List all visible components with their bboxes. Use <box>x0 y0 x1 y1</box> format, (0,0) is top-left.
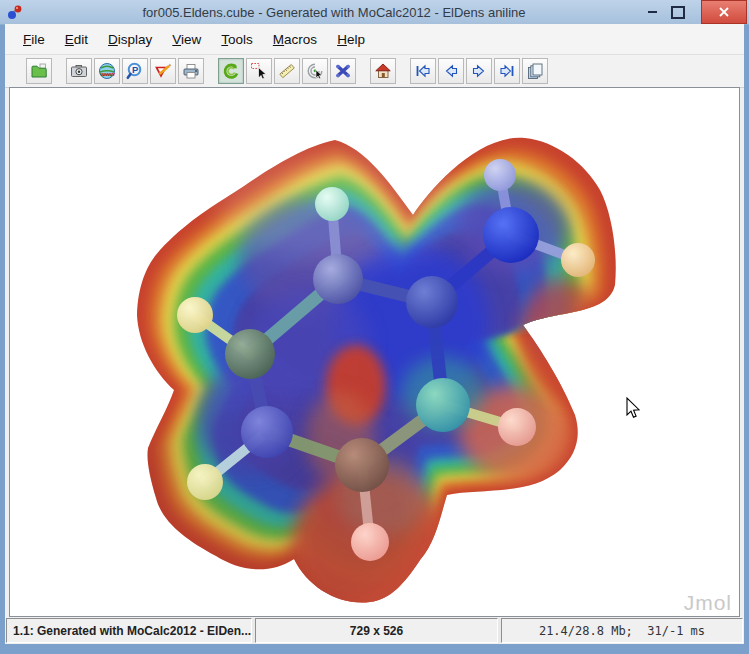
pick-cursor-icon <box>249 61 269 81</box>
status-memory-timing: 21.4/28.8 Mb; 31/-1 ms <box>501 618 743 643</box>
atom-c-ring-upperleft <box>225 329 275 379</box>
svg-text:www: www <box>99 70 115 77</box>
rotate-icon <box>221 61 241 81</box>
script-editor-button[interactable] <box>150 58 176 84</box>
molecule-render <box>10 88 739 616</box>
ruler-icon <box>277 61 297 81</box>
export-web-button[interactable]: www <box>94 58 120 84</box>
atom-h-amine-top <box>484 159 516 191</box>
minimize-button[interactable] <box>639 1 665 23</box>
nav-last-button[interactable] <box>494 58 520 84</box>
measure-tool-button[interactable] <box>274 58 300 84</box>
atom-h-ring-left <box>177 297 213 333</box>
camera-icon <box>69 61 89 81</box>
status-canvas-size: 729 x 526 <box>255 618 498 643</box>
home-reset-button[interactable] <box>370 58 396 84</box>
window-content: FileEditDisplayViewToolsMacrosHelp <box>5 24 744 644</box>
move-tool-button[interactable] <box>330 58 356 84</box>
nav-previous-icon <box>441 61 461 81</box>
menu-item-display[interactable]: Display <box>98 28 162 51</box>
script-editor-icon <box>153 61 173 81</box>
maximize-button[interactable] <box>665 1 691 23</box>
atom-c-ring-bottom <box>335 438 389 492</box>
print-icon <box>181 61 201 81</box>
app-icon <box>7 4 23 20</box>
toolbar-drag-handle[interactable] <box>10 59 21 83</box>
jmol-window: for005.Eldens.cube - Generated with MoCa… <box>0 0 749 654</box>
povray-export-button[interactable]: P <box>122 58 148 84</box>
window-title: for005.Eldens.cube - Generated with MoCa… <box>29 5 639 20</box>
recenter-spiral-icon <box>305 61 325 81</box>
home-icon <box>373 61 393 81</box>
atom-h-amine-right <box>561 243 595 277</box>
povray-icon: P <box>125 61 145 81</box>
jmol-watermark: Jmol <box>684 591 732 615</box>
menu-item-edit[interactable]: Edit <box>55 28 98 51</box>
nav-previous-button[interactable] <box>438 58 464 84</box>
copy-pages-icon <box>525 61 545 81</box>
menu-item-help[interactable]: Help <box>327 28 375 51</box>
menu-item-file[interactable]: File <box>13 28 55 51</box>
globe-icon: www <box>97 61 117 81</box>
atom-h-ring-top <box>315 187 349 221</box>
minimize-icon <box>648 11 657 13</box>
atom-c-ring-upperright <box>406 276 458 328</box>
tool-bar: www P <box>5 55 744 88</box>
move-axes-icon <box>333 61 353 81</box>
atom-c-ring-lowerleft <box>241 406 293 458</box>
title-bar[interactable]: for005.Eldens.cube - Generated with MoCa… <box>0 0 749 25</box>
maximize-icon <box>671 6 685 19</box>
open-file-button[interactable] <box>26 58 52 84</box>
atom-h-ring-lowerright <box>498 408 536 446</box>
nav-last-icon <box>497 61 517 81</box>
atom-h-ring-lowerleft <box>187 464 223 500</box>
nav-next-button[interactable] <box>466 58 492 84</box>
copy-image-button[interactable] <box>522 58 548 84</box>
svg-text:P: P <box>132 64 139 75</box>
pick-tool-button[interactable] <box>246 58 272 84</box>
menu-bar: FileEditDisplayViewToolsMacrosHelp <box>5 24 744 55</box>
export-image-button[interactable] <box>66 58 92 84</box>
viewport[interactable]: Jmol <box>9 87 740 617</box>
recenter-tool-button[interactable] <box>302 58 328 84</box>
menu-item-macros[interactable]: Macros <box>263 28 327 51</box>
atom-n-amine <box>483 207 539 263</box>
rotate-tool-button[interactable] <box>218 58 244 84</box>
close-icon <box>719 7 729 17</box>
status-model-label: 1.1: Generated with MoCalc2012 - ElDen..… <box>6 618 252 643</box>
atom-c-ring-lowerright <box>416 378 470 432</box>
close-button[interactable] <box>701 0 747 24</box>
atom-h-ring-bottom <box>351 523 389 561</box>
nav-first-icon <box>413 61 433 81</box>
nav-first-button[interactable] <box>410 58 436 84</box>
mouse-cursor <box>627 398 639 417</box>
menu-item-view[interactable]: View <box>162 28 211 51</box>
nav-next-icon <box>469 61 489 81</box>
menu-item-tools[interactable]: Tools <box>211 28 263 51</box>
print-button[interactable] <box>178 58 204 84</box>
atom-c-ring-top <box>313 254 363 304</box>
status-bar: 1.1: Generated with MoCalc2012 - ElDen..… <box>6 618 743 643</box>
open-folder-icon <box>29 61 49 81</box>
